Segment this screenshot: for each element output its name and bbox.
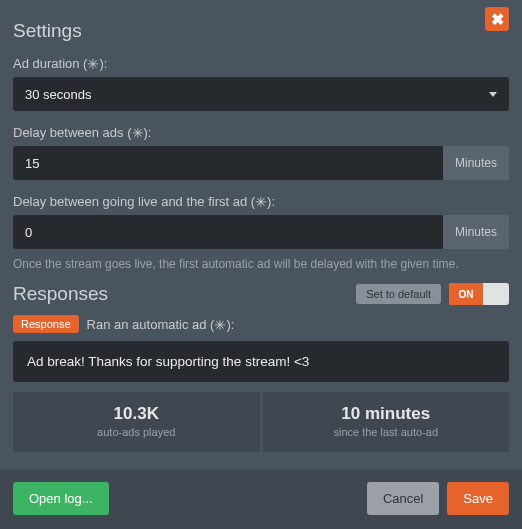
responses-title: Responses: [13, 283, 108, 305]
delay-first-ad-input[interactable]: [13, 215, 443, 249]
responses-header: Responses Set to default ON: [13, 283, 509, 305]
footer: Open log... Cancel Save: [0, 470, 522, 529]
open-log-button[interactable]: Open log...: [13, 482, 109, 515]
settings-title: Settings: [13, 20, 509, 42]
responses-toggle[interactable]: ON: [449, 283, 509, 305]
asterisk-icon: ✳: [132, 126, 144, 140]
ad-duration-label: Ad duration (✳):: [13, 56, 509, 71]
delay-first-ad-row: Minutes: [13, 215, 509, 249]
delay-between-ads-unit: Minutes: [443, 146, 509, 180]
stat-value: 10.3K: [13, 404, 260, 424]
response-badge: Response: [13, 315, 79, 333]
panel-content: Settings Ad duration (✳): 30 seconds Del…: [0, 0, 522, 470]
asterisk-icon: ✳: [214, 318, 226, 332]
response-label: Ran an automatic ad (✳):: [87, 317, 235, 332]
stat-auto-ads-played: 10.3K auto-ads played: [13, 392, 260, 452]
stat-label: since the last auto-ad: [263, 426, 510, 438]
chevron-down-icon: [489, 92, 497, 97]
toggle-off-blank: [483, 283, 509, 305]
delay-between-ads-input[interactable]: [13, 146, 443, 180]
save-button[interactable]: Save: [447, 482, 509, 515]
ad-duration-value: 30 seconds: [25, 87, 92, 102]
close-icon: ✖: [491, 10, 504, 29]
asterisk-icon: ✳: [255, 195, 267, 209]
settings-panel: ✖ Settings Ad duration (✳): 30 seconds D…: [0, 0, 522, 529]
stat-value: 10 minutes: [263, 404, 510, 424]
asterisk-icon: ✳: [87, 57, 99, 71]
close-button[interactable]: ✖: [485, 7, 509, 31]
delay-first-ad-helper: Once the stream goes live, the first aut…: [13, 257, 509, 271]
cancel-button[interactable]: Cancel: [367, 482, 439, 515]
stat-since-last-ad: 10 minutes since the last auto-ad: [263, 392, 510, 452]
delay-first-ad-label: Delay between going live and the first a…: [13, 194, 509, 209]
toggle-on-label: ON: [449, 283, 483, 305]
delay-between-ads-row: Minutes: [13, 146, 509, 180]
delay-first-ad-unit: Minutes: [443, 215, 509, 249]
stat-label: auto-ads played: [13, 426, 260, 438]
response-message-input[interactable]: Ad break! Thanks for supporting the stre…: [13, 341, 509, 382]
set-to-default-button[interactable]: Set to default: [356, 284, 441, 304]
response-label-row: Response Ran an automatic ad (✳):: [13, 315, 509, 333]
delay-between-ads-label: Delay between ads (✳):: [13, 125, 509, 140]
responses-controls: Set to default ON: [356, 283, 509, 305]
footer-right: Cancel Save: [367, 482, 509, 515]
ad-duration-select[interactable]: 30 seconds: [13, 77, 509, 111]
stats-row: 10.3K auto-ads played 10 minutes since t…: [13, 392, 509, 452]
